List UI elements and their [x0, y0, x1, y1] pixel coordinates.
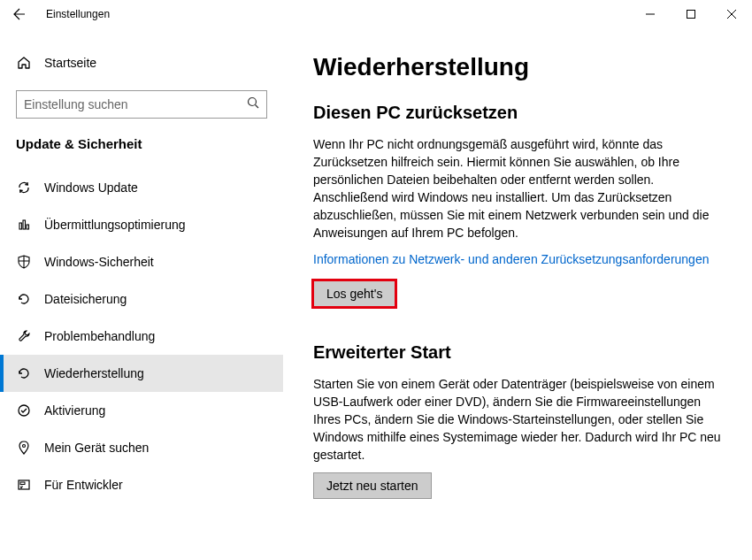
sidebar-item-label: Übermittlungsoptimierung [44, 218, 186, 232]
close-icon [727, 10, 736, 19]
sidebar-item-label: Für Entwickler [44, 478, 123, 492]
arrow-left-icon [13, 8, 26, 20]
sync-icon [16, 180, 32, 196]
sidebar-item-label: Windows-Sicherheit [44, 255, 154, 269]
reset-requirements-link[interactable]: Informationen zu Netzwerk- und anderen Z… [313, 250, 722, 268]
sidebar-item-label: Wiederherstellung [44, 366, 144, 380]
reset-pc-title: Diesen PC zurücksetzen [313, 103, 722, 123]
maximize-icon [687, 10, 695, 19]
home-link[interactable]: Startseite [0, 46, 283, 80]
svg-rect-3 [23, 220, 26, 229]
svg-rect-0 [687, 11, 695, 19]
svg-point-5 [19, 405, 29, 416]
sidebar-item-label: Windows Update [44, 180, 138, 195]
sidebar-item-label: Problembehandlung [44, 329, 155, 343]
maximize-button[interactable] [671, 0, 711, 28]
sidebar-item-windows-security[interactable]: Windows-Sicherheit [0, 243, 283, 280]
advanced-startup-section: Erweiterter Start Starten Sie von einem … [313, 342, 722, 499]
search-box[interactable] [16, 90, 267, 119]
minimize-button[interactable] [630, 0, 671, 28]
sidebar-item-label: Dateisicherung [44, 292, 127, 306]
sidebar-item-backup[interactable]: Dateisicherung [0, 280, 283, 318]
sidebar-item-for-developers[interactable]: Für Entwickler [0, 466, 283, 503]
get-started-button[interactable]: Los geht's [313, 280, 395, 307]
advanced-startup-body: Starten Sie von einem Gerät oder Datentr… [313, 375, 722, 464]
sidebar-item-find-my-device[interactable]: Mein Gerät suchen [0, 429, 283, 466]
svg-point-6 [23, 445, 26, 448]
shield-icon [16, 254, 32, 270]
home-label: Startseite [44, 56, 96, 70]
sidebar-item-label: Mein Gerät suchen [44, 441, 149, 455]
svg-rect-2 [19, 223, 22, 229]
sidebar-item-activation[interactable]: Aktivierung [0, 392, 283, 429]
page-title: Wiederherstellung [313, 53, 722, 81]
developer-icon [16, 477, 32, 493]
sidebar-item-label: Aktivierung [44, 403, 105, 418]
search-icon [247, 96, 259, 112]
wrench-icon [16, 328, 32, 344]
close-button[interactable] [711, 0, 752, 28]
category-title: Update & Sicherheit [0, 136, 283, 162]
window-title: Einstellungen [46, 8, 110, 20]
advanced-startup-title: Erweiterter Start [313, 342, 722, 363]
sidebar-item-recovery[interactable]: Wiederherstellung [0, 355, 283, 392]
restart-now-button[interactable]: Jetzt neu starten [313, 472, 432, 499]
backup-icon [16, 291, 32, 307]
svg-rect-8 [20, 482, 25, 485]
svg-rect-4 [27, 225, 29, 229]
sidebar-item-troubleshoot[interactable]: Problembehandlung [0, 318, 283, 355]
sidebar-item-windows-update[interactable]: Windows Update [0, 169, 283, 206]
window-controls [630, 0, 752, 28]
reset-pc-section: Diesen PC zurücksetzen Wenn Ihr PC nicht… [313, 103, 722, 307]
recovery-icon [16, 365, 32, 381]
reset-pc-body: Wenn Ihr PC nicht ordnungsgemäß ausgefüh… [313, 135, 722, 242]
home-icon [16, 55, 32, 71]
sidebar: Startseite Update & Sicherheit Windows U… [0, 28, 283, 560]
main-content: Wiederherstellung Diesen PC zurücksetzen… [283, 28, 752, 560]
back-button[interactable] [11, 5, 28, 23]
location-icon [16, 440, 32, 456]
activation-icon [16, 403, 32, 418]
titlebar: Einstellungen [0, 0, 752, 28]
optimization-icon [16, 217, 32, 233]
search-input[interactable] [24, 97, 259, 111]
nav-list: Windows Update Übermittlungsoptimierung … [0, 169, 283, 503]
minimize-icon [646, 10, 655, 19]
svg-point-1 [249, 98, 257, 106]
sidebar-item-delivery-optimization[interactable]: Übermittlungsoptimierung [0, 206, 283, 243]
